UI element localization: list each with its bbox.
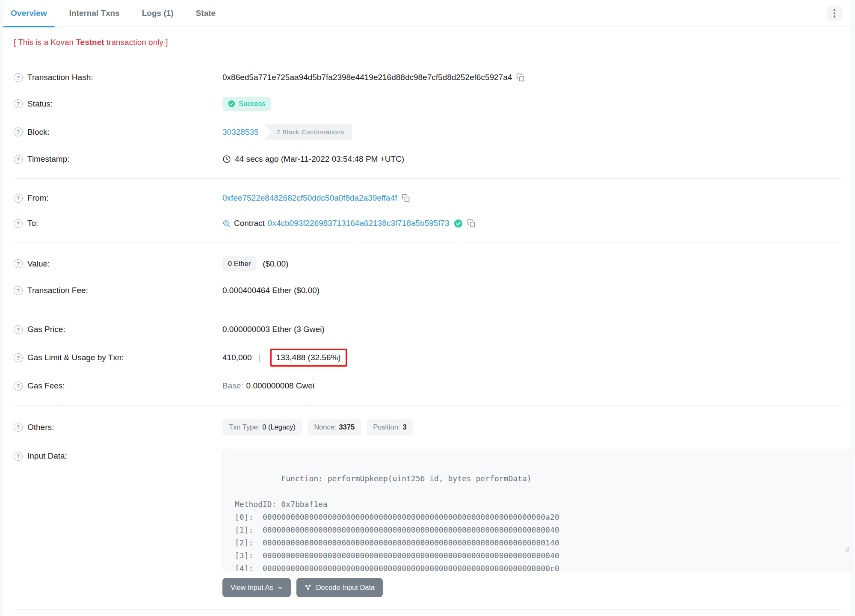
copy-hash-button[interactable]: [516, 73, 525, 82]
help-icon[interactable]: ?: [14, 127, 23, 136]
nonce-badge: Nonce: 3375: [308, 419, 361, 435]
gas-price-label: Gas Price:: [27, 325, 65, 334]
tab-state[interactable]: State: [188, 0, 223, 27]
gas-fees-base-label: Base:: [222, 381, 243, 391]
input-data-text: Function: performUpkeep(uint256 id, byte…: [235, 474, 559, 571]
view-input-as-label: View Input As: [231, 583, 273, 592]
help-icon[interactable]: ?: [14, 325, 23, 334]
position-key: Position:: [373, 423, 400, 431]
row-from: ? From: 0xfee7522e8482682cf50ddc50a0f8da…: [14, 192, 841, 204]
gas-fees-base-value: 0.000000008 Gwei: [246, 381, 315, 391]
help-icon[interactable]: ?: [14, 423, 23, 432]
decode-input-data-label: Decode Input Data: [316, 583, 375, 592]
copy-from-button[interactable]: [402, 194, 410, 202]
row-gas-limit-usage: ? Gas Limit & Usage by Txn: 410,000 | 13…: [14, 349, 841, 367]
gas-limit-separator: |: [259, 353, 261, 362]
gas-fees-label: Gas Fees:: [27, 381, 65, 391]
row-value: ? Value: 0 Ether ($0.00): [14, 256, 841, 271]
row-transaction-fee: ? Transaction Fee: 0.000400464 Ether ($0…: [14, 284, 841, 296]
testnet-note: [ This is a Kovan Testnet transaction on…: [3, 27, 852, 47]
input-data-actions: View Input As Decode Input Data: [222, 578, 841, 597]
txn-type-badge: Txn Type: 0 (Legacy): [222, 419, 302, 435]
help-icon[interactable]: ?: [14, 73, 23, 82]
help-icon[interactable]: ?: [14, 452, 23, 461]
copy-icon: [402, 194, 410, 202]
help-icon[interactable]: ?: [14, 99, 23, 108]
divider: [3, 58, 852, 58]
divider: [14, 310, 841, 310]
zoom-in-icon[interactable]: [222, 219, 231, 228]
position-value: 3: [402, 423, 406, 431]
nonce-value: 3375: [339, 423, 355, 431]
row-timestamp: ? Timestamp: 44 secs ago (Mar-11-2022 03…: [14, 153, 841, 165]
clock-icon: [222, 155, 231, 163]
row-input-data: ? Input Data: Function: performUpkeep(ui…: [14, 449, 841, 571]
others-label: Others:: [27, 423, 54, 432]
divider: [14, 178, 841, 179]
input-data-textarea[interactable]: Function: performUpkeep(uint256 id, byte…: [222, 449, 852, 571]
to-contract-word: Contract: [234, 219, 265, 228]
value-usd: ($0.00): [263, 259, 288, 269]
from-address-link[interactable]: 0xfee7522e8482682cf50ddc50a0f8da2a39effa…: [222, 193, 397, 203]
decode-icon: [305, 584, 312, 591]
testnet-note-suffix: transaction only ]: [104, 38, 168, 47]
row-transaction-hash: ? Transaction Hash: 0x86ed5a771e725aa94d…: [14, 71, 841, 83]
row-block: ? Block: 30328535 7 Block Confirmations: [14, 124, 841, 140]
tab-bar: Overview Internal Txns Logs (1) State: [3, 0, 852, 27]
block-label: Block:: [27, 127, 50, 137]
value-label: Value:: [27, 259, 50, 269]
row-gas-fees: ? Gas Fees: Base: 0.000000008 Gwei: [14, 380, 841, 392]
nonce-key: Nonce:: [314, 423, 336, 431]
block-number-link[interactable]: 30328535: [222, 127, 259, 137]
tab-logs[interactable]: Logs (1): [134, 0, 181, 27]
more-options-button[interactable]: [827, 6, 842, 21]
help-icon[interactable]: ?: [14, 382, 23, 391]
transaction-hash-value: 0x86ed5a771e725aa94d5b7fa2398e4419e216d8…: [222, 73, 512, 82]
transaction-fee-label: Transaction Fee:: [27, 286, 88, 295]
divider: [14, 405, 841, 406]
bottom-padding: [14, 610, 841, 616]
help-icon[interactable]: ?: [14, 286, 23, 295]
copy-icon: [516, 73, 525, 82]
row-gas-price: ? Gas Price: 0.000000003 Ether (3 Gwei): [14, 323, 841, 335]
gas-limit-usage-label: Gas Limit & Usage by Txn:: [27, 353, 124, 362]
help-icon[interactable]: ?: [14, 155, 23, 164]
value-amount-badge: 0 Ether: [222, 256, 256, 271]
txn-type-value: 0 (Legacy): [262, 423, 296, 431]
row-others: ? Others: Txn Type: 0 (Legacy) Nonce: 33…: [14, 419, 841, 435]
txn-type-key: Txn Type:: [229, 423, 260, 431]
help-icon[interactable]: ?: [14, 194, 23, 203]
position-badge: Position: 3: [367, 419, 413, 435]
gas-limit-value: 410,000: [222, 353, 252, 362]
to-label: To:: [27, 219, 38, 228]
gas-price-value: 0.000000003 Ether (3 Gwei): [222, 325, 325, 334]
input-data-label: Input Data:: [27, 451, 67, 461]
tab-internal-txns[interactable]: Internal Txns: [62, 0, 127, 27]
help-icon[interactable]: ?: [14, 353, 23, 362]
transaction-hash-label: Transaction Hash:: [27, 73, 93, 82]
chevron-down-icon: [278, 585, 283, 590]
help-icon[interactable]: ?: [14, 259, 23, 268]
from-label: From:: [27, 193, 49, 203]
copy-icon: [467, 219, 476, 228]
view-input-as-button[interactable]: View Input As: [222, 578, 291, 597]
divider: [14, 243, 841, 243]
to-address-link[interactable]: 0x4cb093f226983713164a62138c3f718a5b595f…: [268, 219, 450, 228]
check-circle-icon: [228, 100, 235, 107]
contract-verified-icon: [454, 219, 463, 228]
testnet-note-prefix: [ This is a Kovan: [14, 38, 76, 47]
status-label: Status:: [27, 99, 53, 109]
transaction-card: Overview Internal Txns Logs (1) State [ …: [3, 0, 852, 616]
block-confirmations-badge: 7 Block Confirmations: [264, 124, 352, 140]
timestamp-label: Timestamp:: [27, 154, 70, 164]
resize-handle[interactable]: [788, 530, 849, 569]
help-icon[interactable]: ?: [14, 219, 23, 228]
decode-input-data-button[interactable]: Decode Input Data: [296, 578, 383, 597]
tab-overview[interactable]: Overview: [3, 0, 55, 27]
transaction-fee-value: 0.000400464 Ether ($0.00): [222, 286, 320, 295]
gas-usage-annotation-box: 133,488 (32.56%): [270, 349, 347, 367]
kebab-icon: [834, 9, 836, 11]
timestamp-value: 44 secs ago (Mar-11-2022 03:54:48 PM +UT…: [235, 154, 404, 164]
copy-to-button[interactable]: [467, 219, 476, 228]
testnet-note-bold: Testnet: [76, 38, 104, 47]
